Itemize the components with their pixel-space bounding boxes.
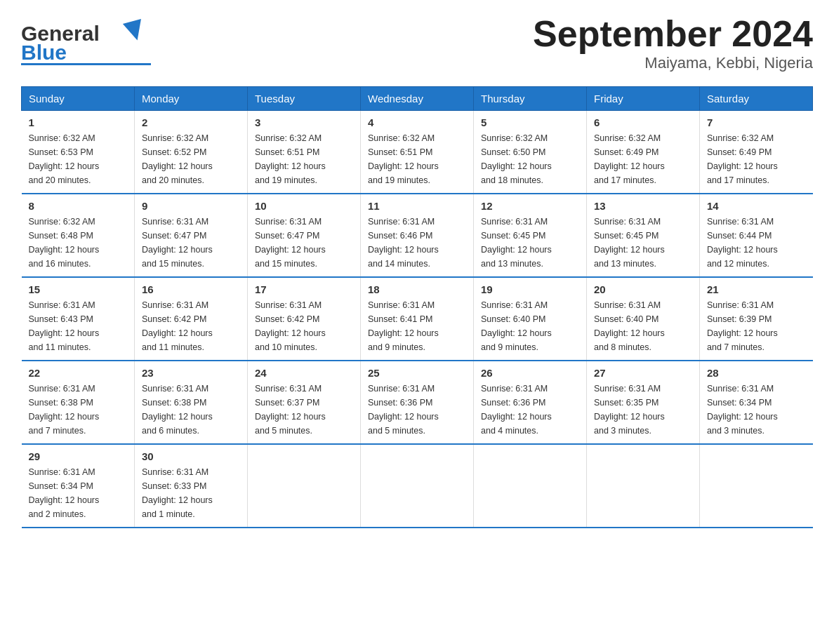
- calendar-cell-w5-d3: [248, 444, 361, 528]
- day-number: 29: [29, 450, 128, 462]
- day-info: Sunrise: 6:31 AMSunset: 6:46 PMDaylight:…: [368, 215, 466, 271]
- day-info: Sunrise: 6:31 AMSunset: 6:35 PMDaylight:…: [594, 382, 692, 438]
- calendar-cell-w5-d7: [700, 444, 813, 528]
- day-info: Sunrise: 6:31 AMSunset: 6:47 PMDaylight:…: [142, 215, 240, 271]
- calendar-cell-w2-d1: 8Sunrise: 6:32 AMSunset: 6:48 PMDaylight…: [22, 194, 135, 277]
- calendar-cell-w3-d6: 20Sunrise: 6:31 AMSunset: 6:40 PMDayligh…: [587, 277, 700, 361]
- day-info: Sunrise: 6:31 AMSunset: 6:39 PMDaylight:…: [707, 298, 806, 354]
- day-info: Sunrise: 6:31 AMSunset: 6:40 PMDaylight:…: [594, 298, 692, 354]
- week-row-1: 1Sunrise: 6:32 AMSunset: 6:53 PMDaylight…: [22, 111, 813, 194]
- calendar-cell-w4-d7: 28Sunrise: 6:31 AMSunset: 6:34 PMDayligh…: [700, 361, 813, 444]
- day-info: Sunrise: 6:31 AMSunset: 6:42 PMDaylight:…: [142, 298, 240, 354]
- day-number: 11: [368, 200, 466, 212]
- day-number: 27: [594, 367, 692, 379]
- week-row-4: 22Sunrise: 6:31 AMSunset: 6:38 PMDayligh…: [22, 361, 813, 444]
- calendar-cell-w2-d2: 9Sunrise: 6:31 AMSunset: 6:47 PMDaylight…: [135, 194, 248, 277]
- header-thursday: Thursday: [474, 87, 587, 111]
- day-info: Sunrise: 6:32 AMSunset: 6:48 PMDaylight:…: [29, 215, 128, 271]
- logo: General Blue: [21, 14, 154, 70]
- calendar-cell-w2-d4: 11Sunrise: 6:31 AMSunset: 6:46 PMDayligh…: [361, 194, 474, 277]
- day-number: 14: [707, 200, 806, 212]
- day-number: 30: [142, 450, 240, 462]
- calendar-cell-w5-d4: [361, 444, 474, 528]
- day-info: Sunrise: 6:32 AMSunset: 6:52 PMDaylight:…: [142, 131, 240, 187]
- header-tuesday: Tuesday: [248, 87, 361, 111]
- day-number: 13: [594, 200, 692, 212]
- calendar-cell-w3-d3: 17Sunrise: 6:31 AMSunset: 6:42 PMDayligh…: [248, 277, 361, 361]
- calendar-cell-w5-d1: 29Sunrise: 6:31 AMSunset: 6:34 PMDayligh…: [22, 444, 135, 528]
- calendar-cell-w1-d5: 5Sunrise: 6:32 AMSunset: 6:50 PMDaylight…: [474, 111, 587, 194]
- svg-text:Blue: Blue: [21, 41, 67, 64]
- day-number: 3: [255, 116, 353, 128]
- day-number: 16: [142, 283, 240, 295]
- week-row-3: 15Sunrise: 6:31 AMSunset: 6:43 PMDayligh…: [22, 277, 813, 361]
- calendar-header-row: Sunday Monday Tuesday Wednesday Thursday…: [22, 87, 813, 111]
- day-number: 2: [142, 116, 240, 128]
- header-monday: Monday: [135, 87, 248, 111]
- calendar-cell-w3-d4: 18Sunrise: 6:31 AMSunset: 6:41 PMDayligh…: [361, 277, 474, 361]
- calendar-cell-w1-d6: 6Sunrise: 6:32 AMSunset: 6:49 PMDaylight…: [587, 111, 700, 194]
- calendar-cell-w1-d3: 3Sunrise: 6:32 AMSunset: 6:51 PMDaylight…: [248, 111, 361, 194]
- day-info: Sunrise: 6:31 AMSunset: 6:41 PMDaylight:…: [368, 298, 466, 354]
- svg-rect-3: [21, 63, 151, 65]
- day-number: 9: [142, 200, 240, 212]
- calendar-cell-w1-d4: 4Sunrise: 6:32 AMSunset: 6:51 PMDaylight…: [361, 111, 474, 194]
- day-info: Sunrise: 6:31 AMSunset: 6:47 PMDaylight:…: [255, 215, 353, 271]
- svg-marker-1: [123, 19, 146, 43]
- day-number: 26: [481, 367, 579, 379]
- day-number: 4: [368, 116, 466, 128]
- page-header: General Blue September 2024 Maiyama, Keb…: [21, 14, 813, 72]
- day-info: Sunrise: 6:32 AMSunset: 6:53 PMDaylight:…: [29, 131, 128, 187]
- calendar-cell-w5-d5: [474, 444, 587, 528]
- logo-svg: General Blue: [21, 14, 154, 70]
- day-number: 15: [29, 283, 128, 295]
- day-info: Sunrise: 6:31 AMSunset: 6:38 PMDaylight:…: [29, 382, 128, 438]
- calendar-cell-w2-d3: 10Sunrise: 6:31 AMSunset: 6:47 PMDayligh…: [248, 194, 361, 277]
- day-number: 17: [255, 283, 353, 295]
- day-number: 10: [255, 200, 353, 212]
- day-info: Sunrise: 6:31 AMSunset: 6:36 PMDaylight:…: [481, 382, 579, 438]
- header-wednesday: Wednesday: [361, 87, 474, 111]
- day-info: Sunrise: 6:32 AMSunset: 6:50 PMDaylight:…: [481, 131, 579, 187]
- day-number: 28: [707, 367, 806, 379]
- header-sunday: Sunday: [22, 87, 135, 111]
- day-info: Sunrise: 6:31 AMSunset: 6:36 PMDaylight:…: [368, 382, 466, 438]
- day-number: 12: [481, 200, 579, 212]
- calendar-cell-w4-d1: 22Sunrise: 6:31 AMSunset: 6:38 PMDayligh…: [22, 361, 135, 444]
- day-number: 20: [594, 283, 692, 295]
- day-info: Sunrise: 6:31 AMSunset: 6:45 PMDaylight:…: [594, 215, 692, 271]
- calendar-cell-w3-d7: 21Sunrise: 6:31 AMSunset: 6:39 PMDayligh…: [700, 277, 813, 361]
- calendar-cell-w3-d1: 15Sunrise: 6:31 AMSunset: 6:43 PMDayligh…: [22, 277, 135, 361]
- calendar-cell-w4-d3: 24Sunrise: 6:31 AMSunset: 6:37 PMDayligh…: [248, 361, 361, 444]
- calendar-table: Sunday Monday Tuesday Wednesday Thursday…: [21, 86, 813, 528]
- calendar-cell-w1-d1: 1Sunrise: 6:32 AMSunset: 6:53 PMDaylight…: [22, 111, 135, 194]
- day-info: Sunrise: 6:32 AMSunset: 6:51 PMDaylight:…: [255, 131, 353, 187]
- calendar-cell-w2-d5: 12Sunrise: 6:31 AMSunset: 6:45 PMDayligh…: [474, 194, 587, 277]
- week-row-2: 8Sunrise: 6:32 AMSunset: 6:48 PMDaylight…: [22, 194, 813, 277]
- calendar-cell-w1-d7: 7Sunrise: 6:32 AMSunset: 6:49 PMDaylight…: [700, 111, 813, 194]
- calendar-cell-w5-d6: [587, 444, 700, 528]
- day-number: 21: [707, 283, 806, 295]
- day-number: 25: [368, 367, 466, 379]
- week-row-5: 29Sunrise: 6:31 AMSunset: 6:34 PMDayligh…: [22, 444, 813, 528]
- day-info: Sunrise: 6:31 AMSunset: 6:38 PMDaylight:…: [142, 382, 240, 438]
- day-number: 19: [481, 283, 579, 295]
- header-friday: Friday: [587, 87, 700, 111]
- calendar-cell-w1-d2: 2Sunrise: 6:32 AMSunset: 6:52 PMDaylight…: [135, 111, 248, 194]
- day-info: Sunrise: 6:32 AMSunset: 6:49 PMDaylight:…: [707, 131, 806, 187]
- header-saturday: Saturday: [700, 87, 813, 111]
- day-info: Sunrise: 6:31 AMSunset: 6:34 PMDaylight:…: [707, 382, 806, 438]
- day-number: 23: [142, 367, 240, 379]
- calendar-cell-w4-d2: 23Sunrise: 6:31 AMSunset: 6:38 PMDayligh…: [135, 361, 248, 444]
- calendar-cell-w2-d7: 14Sunrise: 6:31 AMSunset: 6:44 PMDayligh…: [700, 194, 813, 277]
- day-info: Sunrise: 6:31 AMSunset: 6:37 PMDaylight:…: [255, 382, 353, 438]
- title-section: September 2024 Maiyama, Kebbi, Nigeria: [533, 14, 813, 72]
- day-number: 7: [707, 116, 806, 128]
- calendar-cell-w4-d5: 26Sunrise: 6:31 AMSunset: 6:36 PMDayligh…: [474, 361, 587, 444]
- day-number: 18: [368, 283, 466, 295]
- calendar-cell-w3-d5: 19Sunrise: 6:31 AMSunset: 6:40 PMDayligh…: [474, 277, 587, 361]
- day-info: Sunrise: 6:31 AMSunset: 6:40 PMDaylight:…: [481, 298, 579, 354]
- day-number: 1: [29, 116, 128, 128]
- calendar-cell-w4-d4: 25Sunrise: 6:31 AMSunset: 6:36 PMDayligh…: [361, 361, 474, 444]
- day-number: 24: [255, 367, 353, 379]
